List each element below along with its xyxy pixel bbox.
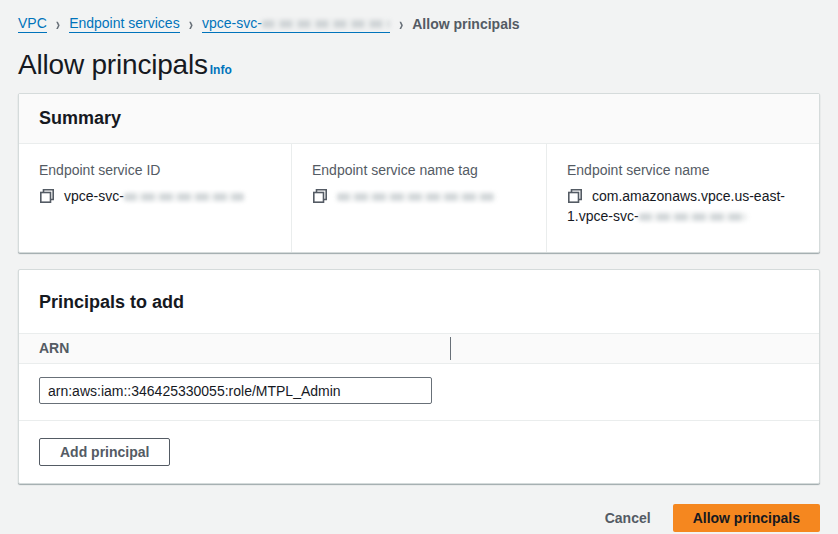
breadcrumb-endpoint-services[interactable]: Endpoint services: [69, 14, 180, 33]
copy-icon[interactable]: [312, 188, 328, 204]
field-value: com.amazonaws.vpce.us-east-1.vpce-svc-: [567, 186, 799, 226]
field-label: Endpoint service name: [567, 160, 799, 180]
arn-input[interactable]: [39, 377, 432, 404]
chevron-right-icon: ›: [399, 13, 403, 33]
field-value: vpce-svc-: [39, 186, 271, 206]
arn-column-header-row: ARN: [19, 333, 819, 364]
field-value-text: vpce-svc-: [64, 188, 124, 204]
summary-field-endpoint-service-name-tag: Endpoint service name tag: [291, 144, 546, 252]
title-row: Allow principals Info: [18, 49, 820, 81]
page-title: Allow principals: [18, 49, 208, 81]
summary-field-endpoint-service-id: Endpoint service ID vpce-svc-: [19, 144, 291, 252]
field-label: Endpoint service name tag: [312, 160, 526, 180]
principals-card-footer: Add principal: [19, 421, 819, 483]
allow-principals-button[interactable]: Allow principals: [673, 504, 820, 532]
arn-column-header: ARN: [39, 340, 69, 356]
column-resize-divider[interactable]: [450, 337, 451, 360]
summary-card-header: Summary: [19, 94, 819, 144]
chevron-right-icon: ›: [189, 13, 193, 33]
breadcrumb-current-page: Allow principals: [412, 16, 519, 32]
field-label: Endpoint service ID: [39, 160, 271, 180]
copy-icon[interactable]: [39, 188, 55, 204]
principals-card-header: Principals to add: [19, 270, 819, 333]
add-principal-button[interactable]: Add principal: [39, 438, 170, 466]
copy-icon[interactable]: [567, 188, 583, 204]
breadcrumb-endpoint-service-id[interactable]: vpce-svc-: [202, 14, 390, 33]
arn-input-row: [19, 364, 819, 421]
breadcrumb-vpc[interactable]: VPC: [18, 14, 47, 33]
principals-card: Principals to add ARN Add principal: [18, 269, 820, 484]
summary-columns: Endpoint service ID vpce-svc- Endpoint s…: [19, 144, 819, 252]
redacted-text: [124, 193, 244, 201]
cancel-button[interactable]: Cancel: [605, 510, 651, 526]
principals-heading: Principals to add: [39, 292, 799, 313]
breadcrumb-endpoint-service-id-label: vpce-svc-: [202, 15, 262, 31]
breadcrumb: VPC › Endpoint services › vpce-svc- › Al…: [18, 14, 820, 33]
chevron-right-icon: ›: [56, 13, 60, 33]
page: VPC › Endpoint services › vpce-svc- › Al…: [0, 0, 838, 532]
info-link[interactable]: Info: [210, 63, 232, 81]
form-actions: Cancel Allow principals: [18, 504, 820, 532]
summary-card: Summary Endpoint service ID vpce-svc- En…: [18, 93, 820, 253]
summary-field-endpoint-service-name: Endpoint service name com.amazonaws.vpce…: [546, 144, 819, 252]
redacted-text: [337, 193, 495, 201]
redacted-text: [262, 20, 390, 28]
summary-heading: Summary: [39, 108, 799, 129]
redacted-text: [639, 213, 747, 221]
field-value: [312, 186, 526, 206]
